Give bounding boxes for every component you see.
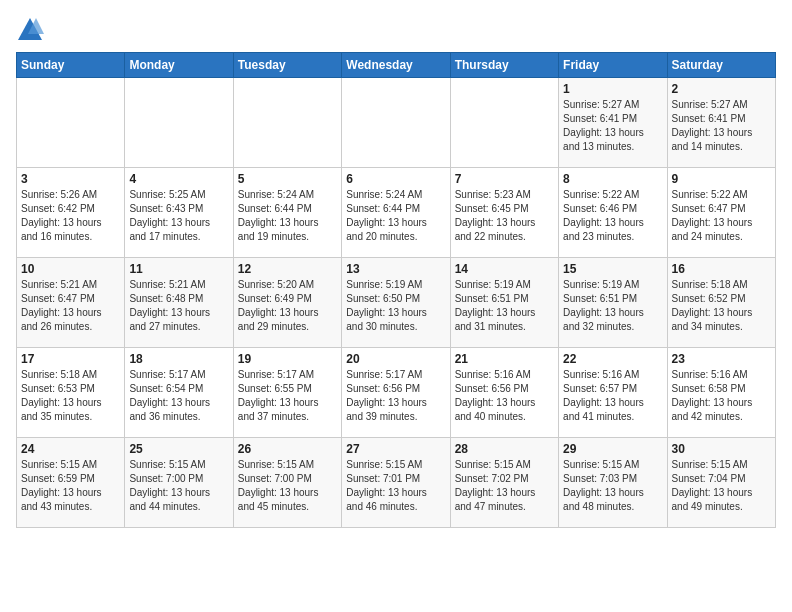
day-cell: 23Sunrise: 5:16 AM Sunset: 6:58 PM Dayli… — [667, 348, 775, 438]
week-row-4: 17Sunrise: 5:18 AM Sunset: 6:53 PM Dayli… — [17, 348, 776, 438]
day-cell: 26Sunrise: 5:15 AM Sunset: 7:00 PM Dayli… — [233, 438, 341, 528]
logo-icon — [16, 16, 44, 44]
day-number: 1 — [563, 82, 662, 96]
header-cell-friday: Friday — [559, 53, 667, 78]
day-info: Sunrise: 5:15 AM Sunset: 7:04 PM Dayligh… — [672, 458, 771, 514]
day-info: Sunrise: 5:15 AM Sunset: 7:03 PM Dayligh… — [563, 458, 662, 514]
day-cell: 18Sunrise: 5:17 AM Sunset: 6:54 PM Dayli… — [125, 348, 233, 438]
week-row-3: 10Sunrise: 5:21 AM Sunset: 6:47 PM Dayli… — [17, 258, 776, 348]
day-number: 18 — [129, 352, 228, 366]
day-number: 30 — [672, 442, 771, 456]
day-info: Sunrise: 5:18 AM Sunset: 6:53 PM Dayligh… — [21, 368, 120, 424]
day-info: Sunrise: 5:16 AM Sunset: 6:56 PM Dayligh… — [455, 368, 554, 424]
day-cell — [342, 78, 450, 168]
header-cell-tuesday: Tuesday — [233, 53, 341, 78]
day-number: 17 — [21, 352, 120, 366]
day-number: 6 — [346, 172, 445, 186]
day-number: 15 — [563, 262, 662, 276]
day-info: Sunrise: 5:24 AM Sunset: 6:44 PM Dayligh… — [238, 188, 337, 244]
day-info: Sunrise: 5:19 AM Sunset: 6:50 PM Dayligh… — [346, 278, 445, 334]
day-cell: 12Sunrise: 5:20 AM Sunset: 6:49 PM Dayli… — [233, 258, 341, 348]
day-info: Sunrise: 5:19 AM Sunset: 6:51 PM Dayligh… — [563, 278, 662, 334]
day-info: Sunrise: 5:16 AM Sunset: 6:57 PM Dayligh… — [563, 368, 662, 424]
day-cell: 4Sunrise: 5:25 AM Sunset: 6:43 PM Daylig… — [125, 168, 233, 258]
day-cell: 30Sunrise: 5:15 AM Sunset: 7:04 PM Dayli… — [667, 438, 775, 528]
day-cell: 20Sunrise: 5:17 AM Sunset: 6:56 PM Dayli… — [342, 348, 450, 438]
day-info: Sunrise: 5:15 AM Sunset: 7:01 PM Dayligh… — [346, 458, 445, 514]
day-number: 24 — [21, 442, 120, 456]
day-cell: 8Sunrise: 5:22 AM Sunset: 6:46 PM Daylig… — [559, 168, 667, 258]
day-info: Sunrise: 5:15 AM Sunset: 6:59 PM Dayligh… — [21, 458, 120, 514]
calendar-table: SundayMondayTuesdayWednesdayThursdayFrid… — [16, 52, 776, 528]
day-info: Sunrise: 5:19 AM Sunset: 6:51 PM Dayligh… — [455, 278, 554, 334]
day-cell — [17, 78, 125, 168]
day-cell: 3Sunrise: 5:26 AM Sunset: 6:42 PM Daylig… — [17, 168, 125, 258]
day-number: 27 — [346, 442, 445, 456]
day-number: 8 — [563, 172, 662, 186]
week-row-5: 24Sunrise: 5:15 AM Sunset: 6:59 PM Dayli… — [17, 438, 776, 528]
day-number: 2 — [672, 82, 771, 96]
day-number: 16 — [672, 262, 771, 276]
day-cell: 2Sunrise: 5:27 AM Sunset: 6:41 PM Daylig… — [667, 78, 775, 168]
day-info: Sunrise: 5:21 AM Sunset: 6:47 PM Dayligh… — [21, 278, 120, 334]
day-cell: 7Sunrise: 5:23 AM Sunset: 6:45 PM Daylig… — [450, 168, 558, 258]
day-cell: 24Sunrise: 5:15 AM Sunset: 6:59 PM Dayli… — [17, 438, 125, 528]
day-cell: 9Sunrise: 5:22 AM Sunset: 6:47 PM Daylig… — [667, 168, 775, 258]
day-cell: 25Sunrise: 5:15 AM Sunset: 7:00 PM Dayli… — [125, 438, 233, 528]
day-info: Sunrise: 5:26 AM Sunset: 6:42 PM Dayligh… — [21, 188, 120, 244]
day-info: Sunrise: 5:18 AM Sunset: 6:52 PM Dayligh… — [672, 278, 771, 334]
day-info: Sunrise: 5:22 AM Sunset: 6:46 PM Dayligh… — [563, 188, 662, 244]
day-number: 26 — [238, 442, 337, 456]
day-info: Sunrise: 5:17 AM Sunset: 6:55 PM Dayligh… — [238, 368, 337, 424]
day-cell: 10Sunrise: 5:21 AM Sunset: 6:47 PM Dayli… — [17, 258, 125, 348]
day-cell: 13Sunrise: 5:19 AM Sunset: 6:50 PM Dayli… — [342, 258, 450, 348]
day-cell: 6Sunrise: 5:24 AM Sunset: 6:44 PM Daylig… — [342, 168, 450, 258]
day-info: Sunrise: 5:27 AM Sunset: 6:41 PM Dayligh… — [672, 98, 771, 154]
day-cell: 5Sunrise: 5:24 AM Sunset: 6:44 PM Daylig… — [233, 168, 341, 258]
day-number: 3 — [21, 172, 120, 186]
day-number: 19 — [238, 352, 337, 366]
week-row-2: 3Sunrise: 5:26 AM Sunset: 6:42 PM Daylig… — [17, 168, 776, 258]
day-number: 21 — [455, 352, 554, 366]
logo — [16, 16, 48, 44]
day-info: Sunrise: 5:15 AM Sunset: 7:02 PM Dayligh… — [455, 458, 554, 514]
day-cell: 19Sunrise: 5:17 AM Sunset: 6:55 PM Dayli… — [233, 348, 341, 438]
day-cell: 1Sunrise: 5:27 AM Sunset: 6:41 PM Daylig… — [559, 78, 667, 168]
day-info: Sunrise: 5:17 AM Sunset: 6:56 PM Dayligh… — [346, 368, 445, 424]
day-number: 7 — [455, 172, 554, 186]
day-cell: 14Sunrise: 5:19 AM Sunset: 6:51 PM Dayli… — [450, 258, 558, 348]
day-cell: 29Sunrise: 5:15 AM Sunset: 7:03 PM Dayli… — [559, 438, 667, 528]
day-cell: 21Sunrise: 5:16 AM Sunset: 6:56 PM Dayli… — [450, 348, 558, 438]
day-info: Sunrise: 5:20 AM Sunset: 6:49 PM Dayligh… — [238, 278, 337, 334]
day-info: Sunrise: 5:21 AM Sunset: 6:48 PM Dayligh… — [129, 278, 228, 334]
day-cell: 16Sunrise: 5:18 AM Sunset: 6:52 PM Dayli… — [667, 258, 775, 348]
header-cell-saturday: Saturday — [667, 53, 775, 78]
day-number: 29 — [563, 442, 662, 456]
day-info: Sunrise: 5:24 AM Sunset: 6:44 PM Dayligh… — [346, 188, 445, 244]
day-number: 12 — [238, 262, 337, 276]
day-number: 4 — [129, 172, 228, 186]
day-info: Sunrise: 5:27 AM Sunset: 6:41 PM Dayligh… — [563, 98, 662, 154]
day-number: 20 — [346, 352, 445, 366]
day-number: 13 — [346, 262, 445, 276]
header-cell-wednesday: Wednesday — [342, 53, 450, 78]
day-number: 28 — [455, 442, 554, 456]
header-row: SundayMondayTuesdayWednesdayThursdayFrid… — [17, 53, 776, 78]
day-info: Sunrise: 5:16 AM Sunset: 6:58 PM Dayligh… — [672, 368, 771, 424]
day-cell — [450, 78, 558, 168]
day-cell: 22Sunrise: 5:16 AM Sunset: 6:57 PM Dayli… — [559, 348, 667, 438]
day-info: Sunrise: 5:23 AM Sunset: 6:45 PM Dayligh… — [455, 188, 554, 244]
day-number: 10 — [21, 262, 120, 276]
day-number: 5 — [238, 172, 337, 186]
header-cell-thursday: Thursday — [450, 53, 558, 78]
day-number: 14 — [455, 262, 554, 276]
header-cell-sunday: Sunday — [17, 53, 125, 78]
day-cell: 27Sunrise: 5:15 AM Sunset: 7:01 PM Dayli… — [342, 438, 450, 528]
calendar-body: 1Sunrise: 5:27 AM Sunset: 6:41 PM Daylig… — [17, 78, 776, 528]
week-row-1: 1Sunrise: 5:27 AM Sunset: 6:41 PM Daylig… — [17, 78, 776, 168]
day-info: Sunrise: 5:22 AM Sunset: 6:47 PM Dayligh… — [672, 188, 771, 244]
header-cell-monday: Monday — [125, 53, 233, 78]
header — [16, 16, 776, 44]
day-number: 11 — [129, 262, 228, 276]
day-number: 9 — [672, 172, 771, 186]
